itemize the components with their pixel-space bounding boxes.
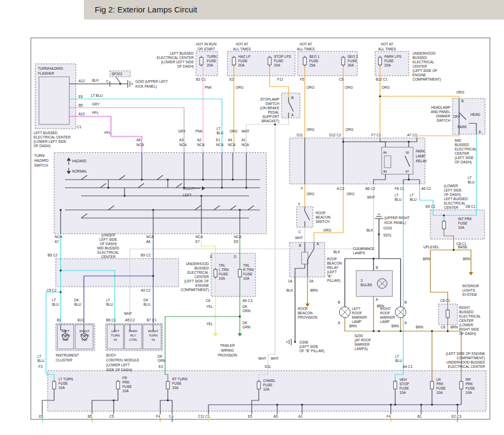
diagram-label: BRN [416,325,423,329]
diagram-label: G203 [383,226,392,230]
diagram-label: 30 [405,151,409,154]
fuse-icon [53,381,56,389]
wiring-diagram-svg: HOT IN RUNOR STARTHOT ATALL TIMESHOT ATA… [0,0,504,435]
junction-dot [245,187,247,189]
junction-dot [239,209,241,211]
diagram-label: A6 C2 [421,187,431,190]
junction-dot [378,233,380,235]
junction-dot [152,209,154,211]
diagram-label: BASE [458,245,468,249]
diagram-label: ORG [345,85,353,89]
junction-dot [408,141,410,143]
diagram-label: BRN [463,257,470,261]
diagram-label: F3 [38,365,43,368]
diagram-label: C5 [339,77,344,81]
diagram-label: ORG [306,128,315,131]
junction-dot [60,269,62,272]
junction-dot [107,187,109,189]
junction-dot [443,214,445,216]
diagram-label: PPL [104,131,112,135]
diagram-label: BRN [450,325,458,329]
diagram-label: A4 C1 [403,365,413,368]
fuse-icon [446,310,449,318]
diagram-label: B [376,266,378,269]
diagram-label: BRN [391,324,399,328]
diagram-label: D11 [297,133,303,137]
diagram-label: B5 [88,414,92,418]
diagram-label: 2A [309,279,314,283]
fuse-icon [238,269,241,277]
junction-dot [453,249,455,251]
diagram-label: HEAD [470,113,480,116]
diagram-label: E [210,255,213,259]
junction-dot [420,404,422,406]
diagram-label: WHT [367,195,375,199]
diagram-label: WHT [241,129,250,133]
diagram-label: C [106,80,109,83]
turn-hazard-switch-box [54,153,266,234]
diagram-label: LEFT [183,193,192,197]
fuse-icon [166,381,169,389]
diagram-label: B10 [77,318,84,322]
junction-dot [276,404,278,406]
junction-dot [200,195,202,197]
diagram-label: (UPPER RIGHTKICK PANEL) [384,216,410,225]
fuse-icon [232,57,235,65]
diagram-label: GRY [178,129,186,133]
diagram-label: A [479,130,481,134]
diagram-label: C8 C1 [440,299,450,302]
diagram-label: GRY [92,102,100,106]
diagram-label: F7 C1 [371,133,381,137]
diagram-label: (LEFT SIDE OF ENGINECOMPARTMENT)UNDERHOO… [446,352,486,368]
diagram-label: 86 [383,151,387,154]
diagram-label: WHT [124,312,132,315]
diagram-label: A9 C2 [141,288,150,292]
diagram-label: E3 [159,365,163,368]
diagram-label: WHT [271,357,279,360]
diagram-label: C5 C2 [47,288,57,292]
diagram-label: A12 [78,79,85,83]
diagram-label: SP203 [112,72,122,76]
mid-bussed-center-box [56,259,179,287]
diagram-label: C4 [169,414,174,418]
diagram-label: B1 [57,318,61,322]
diagram-label: BLK [333,250,341,254]
diagram-label: B12 C1 [376,77,388,81]
diagram-label: WHT [258,357,266,360]
fuse-icon [268,57,271,65]
junction-dot [123,195,126,197]
diagram-label: WHT [295,236,303,240]
diagram-label: LT BLU [91,94,103,97]
diagram-label: E5 [39,414,43,418]
diagram-label: ORG [456,90,464,94]
junction-dot [60,291,62,293]
diagram-label: BRN [310,288,318,292]
diagram-label: 85 [383,170,387,173]
fuse-icon [116,381,120,389]
diagram-label: BLK [286,288,293,292]
fuse-icon [303,57,306,65]
diagram-label: HAZARD [72,159,87,163]
fuse-icon [394,381,397,389]
junction-dot [167,179,169,181]
junction-dot [202,179,204,181]
diagram-label: A [317,242,319,246]
diagram-label: ORG [345,128,354,131]
junction-dot [342,141,344,143]
diagram-label: YEL [206,305,213,308]
diagram-label: ORG [323,228,331,232]
junction-dot [390,404,392,406]
junction-dot [372,330,375,332]
fuse-icon [342,57,345,65]
junction-dot [274,123,276,126]
diagram-label: A [338,321,341,325]
diagram-label: BLK [366,228,374,232]
junction-dot [167,399,169,401]
diagram-label: C8 [441,325,446,329]
junction-dot [141,179,143,181]
diagram-label: ORG [382,85,390,89]
diagram-label: B2 C1 [196,77,206,81]
diagram-label: A5 [273,414,278,418]
diagram-label: E5 [248,414,252,418]
junction-dot [119,83,121,85]
